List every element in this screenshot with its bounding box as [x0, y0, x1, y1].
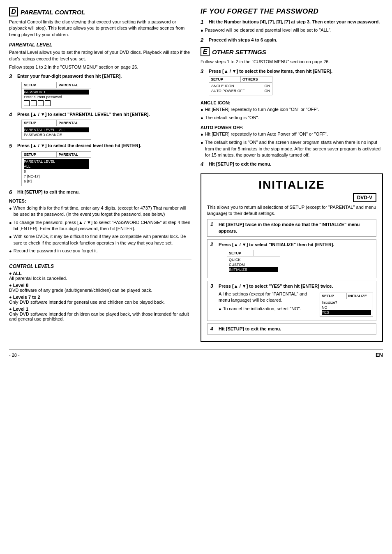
step-5-text: Press [▲ / ▼] to select the desired leve…	[17, 143, 141, 149]
auto-bullet-1: ● Hit [ENTER] repeatedly to turn Auto Po…	[201, 131, 383, 138]
screen-pl-header: SETUP PARENTAL	[22, 120, 91, 126]
note-3: ● With some DVDs, it may be difficult to…	[9, 233, 191, 246]
screen-level-select: SETUP PARENTAL PARENTAL LEVEL ALL 8 7 [N…	[21, 151, 91, 186]
note-4: ● Record the password in case you forget…	[9, 248, 191, 254]
init-s3-yes: YES	[322, 310, 371, 315]
init-step-2-text: Press [▲ / ▼] to select "INITIALIZE" the…	[219, 242, 334, 247]
init-step-1-text: Hit [SETUP] twice in the stop mode so th…	[219, 222, 373, 234]
lang-badge: EN	[376, 352, 383, 358]
section-d-title: PARENTAL CONTROL	[21, 9, 85, 16]
section-e-step3-text: Press [▲ / ▼] to select the below items,…	[209, 69, 332, 74]
angle-bullet-2-icon: ●	[201, 115, 203, 121]
screen-pl-parental: PARENTAL	[57, 120, 91, 126]
screen-ls-8: 8	[24, 169, 89, 174]
level-7to2: ● Levels 7 to 2 Only DVD software intend…	[9, 295, 191, 305]
note-1: ● When doing this for the first time, en…	[9, 205, 191, 218]
others-screen-header: SETUP OTHERS	[209, 76, 272, 83]
forget-bullet-text: Password will be cleared and parental le…	[205, 27, 332, 34]
section-e-step3: 3 Press [▲ / ▼] to select the below item…	[201, 68, 383, 97]
page-number: - 28 -	[9, 353, 20, 358]
step-6-text: Hit [SETUP] to exit the menu.	[17, 189, 80, 195]
angle-bullet-2-text: The default setting is "ON".	[205, 115, 259, 121]
page-layout: D PARENTAL CONTROL Parental Control limi…	[9, 7, 383, 342]
screen-pl-setup: SETUP	[22, 120, 57, 126]
parental-level-text: Parental Level allows you to set the rat…	[9, 49, 191, 62]
init-s3-right: INITIALIZE	[347, 293, 373, 299]
screen-password: SETUP PARENTAL PASSWORD Enter current pa…	[21, 82, 91, 108]
others-screen-body: ANGLE ICON ON AUTO POWER OFF ON	[209, 83, 272, 95]
section-e-follow: Follow steps 1 to 2 in the "CUSTOM MENU"…	[201, 59, 383, 65]
screen-ls-parental: PARENTAL	[57, 152, 91, 157]
screen-row-enter-pw: Enter current password.	[24, 95, 89, 99]
forget-title: IF YOU FORGET THE PASSWORD	[201, 7, 383, 16]
step-3-text: Enter your four-digit password then hit …	[17, 73, 122, 79]
auto-power-title: AUTO POWER OFF:	[201, 125, 383, 130]
forget-step-2-num: 2	[201, 37, 207, 43]
init-step-2-num: 2	[210, 242, 216, 247]
left-column: D PARENTAL CONTROL Parental Control limi…	[9, 7, 191, 342]
screen-ls-all: ALL	[24, 164, 89, 169]
init-step-1-header: 1 Hit [SETUP] twice in the stop mode so …	[210, 222, 373, 234]
pw-box-2	[31, 100, 37, 106]
note-1-text: When doing this for the first time, ente…	[14, 205, 191, 218]
init-step-3-num: 3	[210, 283, 216, 289]
initialize-title: INITIALIZE	[207, 178, 376, 192]
section-e-title: OTHER SETTINGS	[212, 48, 266, 55]
init-screen-2: SETUP QUICK CUSTOM INITIALIZE	[227, 250, 280, 274]
init-bullet-text: To cancel the initialization, select "NO…	[223, 306, 301, 312]
others-screen: SETUP OTHERS ANGLE ICON ON AUTO POWER OF…	[209, 76, 272, 95]
bullet-2: ●	[9, 220, 12, 232]
screen-ls-setup: SETUP	[22, 152, 57, 157]
section-e-step4: 4 Hit [SETUP] to exit the menu.	[201, 161, 383, 167]
level-1-desc: Only DVD software intended for children …	[9, 312, 191, 321]
init-screen-2-body: QUICK CUSTOM INITIALIZE	[227, 256, 280, 274]
auto-bullet-1-text: Hit [ENTER] repeatedly to turn Auto Powe…	[205, 131, 328, 138]
level-1-name: ● Level 1	[9, 307, 191, 312]
section-e-step4-num: 4	[201, 161, 207, 167]
section-d-intro: Parental Control limits the disc viewing…	[9, 19, 191, 38]
others-row-angle: ANGLE ICON ON	[211, 83, 270, 88]
pw-box-4	[45, 100, 51, 106]
section-e-letter: E	[201, 47, 210, 56]
init-step-2: 2 Press [▲ / ▼] to select "INITIALIZE" t…	[207, 239, 376, 278]
level-7to2-name: ● Levels 7 to 2	[9, 295, 191, 300]
auto-bullet-2: ● The default setting is "ON" and the sc…	[201, 139, 383, 158]
screen-parental-level: SETUP PARENTAL PARENTAL LEVEL ALL PASSWO…	[21, 120, 91, 140]
initialize-section: INITIALIZE DVD-V This allows you to retu…	[201, 173, 383, 342]
init-s3-row1: Initialize?	[322, 300, 371, 305]
level-all-desc: All parental lock is cancelled.	[9, 276, 191, 281]
init-step-1: 1 Hit [SETUP] twice in the stop mode so …	[207, 219, 376, 237]
screen-ls-body: PARENTAL LEVEL ALL 8 7 [NC-17] 6 [R]	[22, 158, 91, 186]
parental-level-title: PARENTAL LEVEL	[9, 42, 191, 48]
angle-bullet-1-icon: ●	[201, 107, 203, 113]
init-screen-2-right	[254, 250, 280, 256]
screen-password-body: PASSWORD Enter current password.	[22, 88, 91, 108]
init-step-3-text: Press [▲ / ▼] to select "YES" then hit […	[219, 284, 333, 289]
angle-icon-title: ANGLE ICON:	[201, 100, 383, 105]
init-screen-2-header: SETUP	[227, 250, 280, 256]
angle-bullet-2: ● The default setting is "ON".	[201, 115, 383, 121]
init-screen-2-setup: SETUP	[227, 250, 254, 256]
screen-pl-body: PARENTAL LEVEL ALL PASSWORD CHANGE	[22, 126, 91, 139]
init-step-4-text: Hit [SETUP] to exit the menu.	[219, 326, 281, 332]
step-3-num: 3	[9, 73, 16, 79]
init-s2-custom: CUSTOM	[229, 262, 278, 267]
level-8: ● Level 8 DVD software of any grade (adu…	[9, 283, 191, 293]
forget-bullet-1: ● Password will be cleared and parental …	[201, 27, 383, 34]
bullet-1: ●	[9, 205, 12, 218]
page-footer: - 28 - EN	[9, 349, 383, 358]
init-s3-no: NO	[322, 305, 371, 310]
screen-ls-header-row: PARENTAL LEVEL	[24, 159, 89, 164]
init-screen-3-header: SETUP INITIALIZE	[320, 293, 373, 299]
step-4-text: Press [▲ / ▼] to select "PARENTAL LEVEL"…	[17, 111, 150, 118]
init-step-2-header: 2 Press [▲ / ▼] to select "INITIALIZE" t…	[210, 242, 373, 275]
dvd-v-badge: DVD-V	[353, 193, 376, 202]
init-screen-3-body: Initialize? NO YES	[320, 299, 373, 316]
init-step-3-inline: All the settings (except for "PARENTAL" …	[219, 291, 308, 304]
screen-ls-7: 7 [NC-17]	[24, 174, 89, 179]
step-6-num: 6	[9, 189, 16, 195]
forget-step-1-num: 1	[201, 19, 207, 25]
bullet-3: ●	[9, 234, 12, 246]
pw-box-1	[24, 100, 30, 106]
others-row-auto: AUTO POWER OFF ON	[211, 88, 270, 93]
